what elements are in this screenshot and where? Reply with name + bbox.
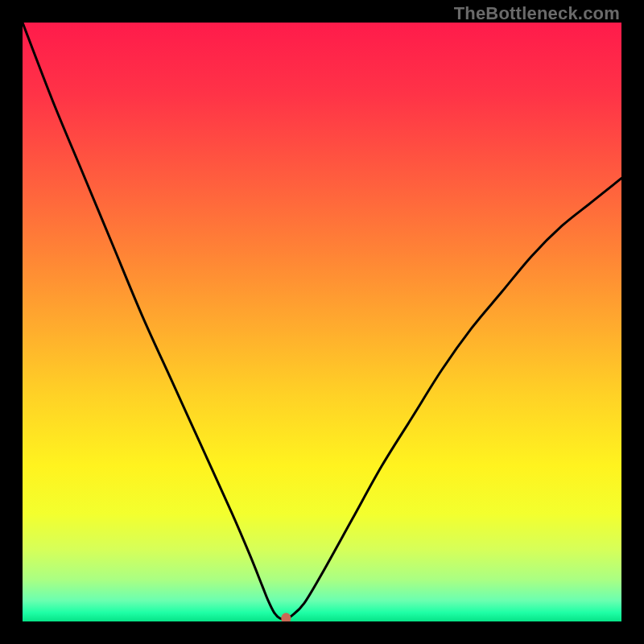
chart-frame: TheBottleneck.com [0,0,644,644]
plot-area [23,23,621,621]
bottleneck-curve [23,23,621,621]
watermark-text: TheBottleneck.com [454,3,620,24]
minimum-marker [281,613,291,621]
